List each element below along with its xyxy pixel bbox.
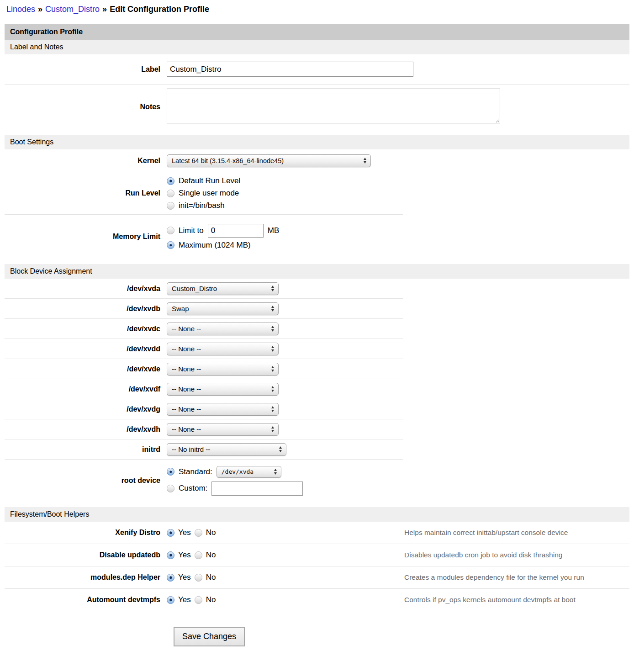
label-row: Label — [5, 54, 629, 85]
device-select-value: -- None -- — [172, 425, 201, 433]
helper-help-text: Disables updatedb cron job to avoid disk… — [404, 551, 629, 559]
select-arrows-icon — [279, 446, 282, 452]
helper-row-disable-updatedb: Disable updatedb Yes No Disables updated… — [5, 544, 629, 566]
device-select-value: -- None -- — [172, 405, 201, 413]
helper-help-text: Helps maintain correct inittab/upstart c… — [404, 529, 629, 537]
root-standard-select[interactable]: /dev/xvda — [217, 466, 281, 478]
save-changes-button[interactable]: Save Changes — [174, 627, 245, 646]
label-input[interactable] — [167, 62, 413, 77]
device-row-xvdh: /dev/xvdh -- None -- — [5, 419, 403, 439]
select-arrows-icon — [274, 469, 277, 475]
device-select-value: Custom_Distro — [172, 285, 217, 292]
radio-init-bin-bash-label: init=/bin/bash — [179, 201, 225, 210]
device-select-xvdf[interactable]: -- None -- — [167, 383, 279, 396]
helper-label: modules.dep Helper — [5, 573, 167, 582]
device-label: /dev/xvdh — [5, 425, 167, 434]
device-select-xvdh[interactable]: -- None -- — [167, 423, 279, 436]
device-label: /dev/xvda — [5, 285, 167, 293]
device-row-xvdg: /dev/xvdg -- None -- — [5, 399, 403, 419]
memory-limit-input[interactable] — [208, 224, 264, 238]
select-arrows-icon — [271, 426, 274, 432]
root-device-label: root device — [5, 476, 167, 485]
radio-memory-maximum[interactable] — [167, 241, 174, 249]
helper-label: Automount devtmpfs — [5, 596, 167, 604]
radio-updatedb-no[interactable] — [195, 551, 202, 559]
radio-updatedb-yes[interactable] — [167, 551, 174, 559]
notes-field-label: Notes — [5, 103, 167, 111]
device-label: /dev/xvdc — [5, 325, 167, 333]
device-row-xvdd: /dev/xvdd -- None -- — [5, 339, 403, 359]
no-label: No — [206, 550, 216, 560]
helper-row-automount-devtmpfs: Automount devtmpfs Yes No Controls if pv… — [5, 589, 629, 611]
radio-xenify-no[interactable] — [195, 529, 202, 537]
radio-modulesdep-yes[interactable] — [167, 574, 174, 582]
device-select-xvdb[interactable]: Swap — [167, 302, 279, 315]
device-label: /dev/xvdb — [5, 305, 167, 313]
kernel-row: Kernel Latest 64 bit (3.15.4-x86_64-lino… — [5, 149, 403, 172]
device-select-xvdg[interactable]: -- None -- — [167, 403, 279, 416]
breadcrumb-link-custom-distro[interactable]: Custom_Distro — [45, 5, 100, 14]
radio-devtmpfs-no[interactable] — [195, 596, 202, 604]
yes-label: Yes — [178, 528, 191, 537]
memory-limit-row: Memory Limit Limit to MB Maximum (1024 M… — [5, 215, 403, 259]
initrd-select-value: -- No initrd -- — [172, 445, 210, 453]
select-arrows-icon — [271, 386, 274, 392]
breadcrumb-link-linodes[interactable]: Linodes — [6, 5, 35, 14]
kernel-label: Kernel — [5, 157, 167, 165]
notes-textarea[interactable] — [167, 89, 500, 123]
kernel-select-value: Latest 64 bit (3.15.4-x86_64-linode45) — [172, 157, 284, 164]
device-label: /dev/xvdd — [5, 345, 167, 353]
device-label: /dev/xvdf — [5, 385, 167, 393]
no-label: No — [206, 528, 216, 537]
device-select-value: Swap — [172, 305, 189, 312]
device-select-xvdd[interactable]: -- None -- — [167, 343, 279, 355]
select-arrows-icon — [271, 326, 274, 332]
radio-single-user-mode-label: Single user mode — [179, 189, 239, 198]
select-arrows-icon — [271, 286, 274, 291]
initrd-select[interactable]: -- No initrd -- — [167, 443, 286, 456]
helper-label: Disable updatedb — [5, 551, 167, 559]
helper-label: Xenify Distro — [5, 529, 167, 537]
root-device-row: root device Standard: /dev/xvda Custom: — [5, 460, 403, 502]
radio-default-run-level[interactable] — [167, 177, 174, 185]
select-arrows-icon — [271, 366, 274, 372]
radio-devtmpfs-yes[interactable] — [167, 596, 174, 604]
radio-init-bin-bash[interactable] — [167, 202, 174, 210]
device-select-value: -- None -- — [172, 325, 201, 333]
radio-memory-limit-to[interactable] — [167, 227, 174, 234]
panel-title: Configuration Profile — [5, 24, 629, 40]
run-level-row: Run Level Default Run Level Single user … — [5, 172, 403, 215]
radio-modulesdep-no[interactable] — [195, 574, 202, 582]
device-select-xvde[interactable]: -- None -- — [167, 363, 279, 376]
notes-row: Notes — [5, 85, 629, 129]
radio-root-standard[interactable] — [167, 468, 174, 476]
page-title: Edit Configuration Profile — [110, 5, 209, 14]
no-label: No — [206, 595, 216, 604]
yes-label: Yes — [178, 595, 191, 604]
memory-mb-label: MB — [268, 226, 280, 235]
device-row-xvdf: /dev/xvdf -- None -- — [5, 379, 403, 399]
initrd-row: initrd -- No initrd -- — [5, 439, 403, 460]
device-row-xvdb: /dev/xvdb Swap — [5, 299, 403, 319]
section-header-label-and-notes: Label and Notes — [5, 40, 629, 54]
helper-row-xenify-distro: Xenify Distro Yes No Helps maintain corr… — [5, 522, 629, 544]
device-select-xvdc[interactable]: -- None -- — [167, 323, 279, 335]
select-arrows-icon — [271, 306, 274, 312]
radio-single-user-mode[interactable] — [167, 190, 174, 197]
radio-xenify-yes[interactable] — [167, 529, 174, 537]
device-select-xvda[interactable]: Custom_Distro — [167, 282, 279, 295]
root-standard-select-value: /dev/xvda — [222, 468, 254, 475]
radio-root-custom[interactable] — [167, 485, 174, 492]
radio-default-run-level-label: Default Run Level — [179, 176, 240, 185]
yes-label: Yes — [178, 573, 191, 582]
kernel-select[interactable]: Latest 64 bit (3.15.4-x86_64-linode45) — [167, 154, 371, 167]
breadcrumb-separator: » — [102, 5, 107, 14]
select-arrows-icon — [364, 158, 366, 164]
device-label: /dev/xvde — [5, 365, 167, 373]
root-custom-input[interactable] — [211, 482, 303, 496]
breadcrumb: Linodes»Custom_Distro»Edit Configuration… — [5, 4, 629, 14]
device-label: /dev/xvdg — [5, 405, 167, 413]
device-select-value: -- None -- — [172, 365, 201, 373]
yes-label: Yes — [178, 550, 191, 560]
label-field-label: Label — [5, 65, 167, 74]
